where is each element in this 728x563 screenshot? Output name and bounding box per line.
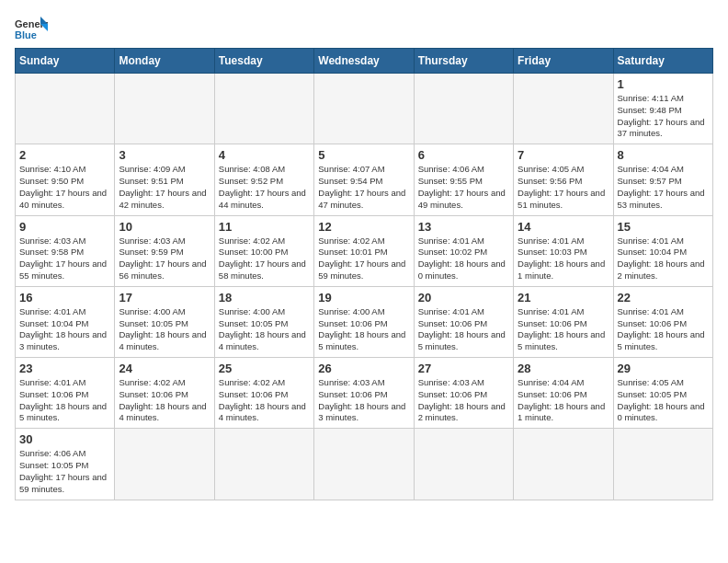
day-number: 4: [219, 148, 310, 162]
calendar-cell: 5Sunrise: 4:07 AM Sunset: 9:54 PM Daylig…: [314, 144, 414, 215]
calendar-week-row: 16Sunrise: 4:01 AM Sunset: 10:04 PM Dayl…: [16, 286, 713, 357]
day-number: 8: [618, 148, 709, 162]
calendar-cell: 17Sunrise: 4:00 AM Sunset: 10:05 PM Dayl…: [115, 286, 214, 357]
day-number: 12: [318, 220, 409, 234]
calendar-cell: [514, 74, 613, 144]
calendar-cell: 10Sunrise: 4:03 AM Sunset: 9:59 PM Dayli…: [115, 215, 214, 286]
calendar-cell: [613, 429, 712, 500]
day-info: Sunrise: 4:03 AM Sunset: 9:59 PM Dayligh…: [119, 236, 210, 282]
day-number: 13: [418, 220, 509, 234]
day-info: Sunrise: 4:02 AM Sunset: 10:06 PM Daylig…: [219, 377, 310, 424]
day-info: Sunrise: 4:00 AM Sunset: 10:05 PM Daylig…: [119, 306, 210, 353]
calendar-cell: [514, 429, 613, 500]
day-info: Sunrise: 4:00 AM Sunset: 10:06 PM Daylig…: [318, 306, 409, 353]
day-info: Sunrise: 4:01 AM Sunset: 10:06 PM Daylig…: [418, 306, 509, 353]
day-info: Sunrise: 4:01 AM Sunset: 10:06 PM Daylig…: [19, 377, 110, 424]
calendar-cell: 6Sunrise: 4:06 AM Sunset: 9:55 PM Daylig…: [414, 144, 513, 215]
day-number: 26: [318, 362, 409, 375]
calendar-cell: [414, 74, 513, 144]
calendar-week-row: 9Sunrise: 4:03 AM Sunset: 9:58 PM Daylig…: [16, 215, 713, 286]
day-info: Sunrise: 4:06 AM Sunset: 10:05 PM Daylig…: [19, 448, 110, 495]
calendar-cell: 20Sunrise: 4:01 AM Sunset: 10:06 PM Dayl…: [414, 286, 513, 357]
calendar-cell: 30Sunrise: 4:06 AM Sunset: 10:05 PM Dayl…: [16, 429, 115, 500]
day-number: 21: [518, 291, 609, 304]
day-number: 19: [318, 291, 409, 304]
calendar-cell: [16, 74, 115, 144]
logo: General Blue: [15, 15, 48, 40]
day-number: 11: [219, 220, 310, 234]
calendar-cell: 11Sunrise: 4:02 AM Sunset: 10:00 PM Dayl…: [214, 215, 313, 286]
calendar-cell: 1Sunrise: 4:11 AM Sunset: 9:48 PM Daylig…: [613, 74, 712, 144]
day-info: Sunrise: 4:03 AM Sunset: 10:06 PM Daylig…: [318, 377, 409, 424]
calendar-cell: [214, 429, 313, 500]
calendar-cell: 14Sunrise: 4:01 AM Sunset: 10:03 PM Dayl…: [514, 215, 613, 286]
day-number: 9: [19, 220, 110, 234]
weekday-header-sunday: Sunday: [16, 49, 115, 74]
calendar-cell: [314, 74, 414, 144]
calendar-cell: 8Sunrise: 4:04 AM Sunset: 9:57 PM Daylig…: [613, 144, 712, 215]
day-number: 5: [318, 148, 409, 162]
day-number: 27: [418, 362, 509, 375]
day-number: 7: [518, 148, 609, 162]
weekday-header-saturday: Saturday: [613, 49, 712, 74]
calendar-cell: 28Sunrise: 4:04 AM Sunset: 10:06 PM Dayl…: [514, 358, 613, 429]
calendar-cell: [115, 429, 214, 500]
weekday-header-wednesday: Wednesday: [314, 49, 414, 74]
day-info: Sunrise: 4:10 AM Sunset: 9:50 PM Dayligh…: [19, 164, 110, 211]
calendar-cell: 16Sunrise: 4:01 AM Sunset: 10:04 PM Dayl…: [16, 286, 115, 357]
calendar-cell: [115, 74, 214, 144]
header: General Blue: [15, 15, 713, 40]
day-info: Sunrise: 4:01 AM Sunset: 10:06 PM Daylig…: [618, 306, 709, 353]
day-number: 29: [618, 362, 709, 375]
calendar-week-row: 30Sunrise: 4:06 AM Sunset: 10:05 PM Dayl…: [16, 429, 713, 500]
weekday-header-monday: Monday: [115, 49, 214, 74]
day-info: Sunrise: 4:08 AM Sunset: 9:52 PM Dayligh…: [219, 164, 310, 211]
day-number: 30: [19, 432, 110, 446]
day-number: 18: [219, 291, 310, 304]
weekday-header-row: SundayMondayTuesdayWednesdayThursdayFrid…: [16, 49, 713, 74]
day-number: 23: [19, 362, 110, 375]
day-info: Sunrise: 4:03 AM Sunset: 9:58 PM Dayligh…: [19, 236, 110, 282]
svg-text:Blue: Blue: [15, 29, 37, 40]
calendar-cell: 29Sunrise: 4:05 AM Sunset: 10:05 PM Dayl…: [613, 358, 712, 429]
calendar-cell: 3Sunrise: 4:09 AM Sunset: 9:51 PM Daylig…: [115, 144, 214, 215]
day-info: Sunrise: 4:01 AM Sunset: 10:04 PM Daylig…: [19, 306, 110, 353]
day-number: 25: [219, 362, 310, 375]
day-number: 20: [418, 291, 509, 304]
day-number: 15: [618, 220, 709, 234]
day-info: Sunrise: 4:02 AM Sunset: 10:06 PM Daylig…: [119, 377, 210, 424]
calendar-cell: 9Sunrise: 4:03 AM Sunset: 9:58 PM Daylig…: [16, 215, 115, 286]
day-info: Sunrise: 4:11 AM Sunset: 9:48 PM Dayligh…: [618, 93, 709, 140]
day-info: Sunrise: 4:04 AM Sunset: 10:06 PM Daylig…: [518, 377, 609, 424]
calendar-cell: 12Sunrise: 4:02 AM Sunset: 10:01 PM Dayl…: [314, 215, 414, 286]
calendar-cell: 22Sunrise: 4:01 AM Sunset: 10:06 PM Dayl…: [613, 286, 712, 357]
calendar-header: SundayMondayTuesdayWednesdayThursdayFrid…: [16, 49, 713, 74]
calendar-cell: 2Sunrise: 4:10 AM Sunset: 9:50 PM Daylig…: [16, 144, 115, 215]
calendar-cell: 13Sunrise: 4:01 AM Sunset: 10:02 PM Dayl…: [414, 215, 513, 286]
day-number: 17: [119, 291, 210, 304]
day-info: Sunrise: 4:06 AM Sunset: 9:55 PM Dayligh…: [418, 164, 509, 211]
calendar-cell: 26Sunrise: 4:03 AM Sunset: 10:06 PM Dayl…: [314, 358, 414, 429]
day-number: 2: [19, 148, 110, 162]
calendar-cell: 24Sunrise: 4:02 AM Sunset: 10:06 PM Dayl…: [115, 358, 214, 429]
calendar-cell: 19Sunrise: 4:00 AM Sunset: 10:06 PM Dayl…: [314, 286, 414, 357]
calendar-week-row: 1Sunrise: 4:11 AM Sunset: 9:48 PM Daylig…: [16, 74, 713, 144]
calendar-cell: 25Sunrise: 4:02 AM Sunset: 10:06 PM Dayl…: [214, 358, 313, 429]
day-number: 14: [518, 220, 609, 234]
day-number: 28: [518, 362, 609, 375]
calendar-cell: [214, 74, 313, 144]
calendar-cell: 7Sunrise: 4:05 AM Sunset: 9:56 PM Daylig…: [514, 144, 613, 215]
day-number: 22: [618, 291, 709, 304]
day-info: Sunrise: 4:01 AM Sunset: 10:03 PM Daylig…: [518, 236, 609, 282]
calendar-cell: 18Sunrise: 4:00 AM Sunset: 10:05 PM Dayl…: [214, 286, 313, 357]
day-info: Sunrise: 4:01 AM Sunset: 10:02 PM Daylig…: [418, 236, 509, 282]
calendar-cell: 27Sunrise: 4:03 AM Sunset: 10:06 PM Dayl…: [414, 358, 513, 429]
day-info: Sunrise: 4:04 AM Sunset: 9:57 PM Dayligh…: [618, 164, 709, 211]
day-info: Sunrise: 4:09 AM Sunset: 9:51 PM Dayligh…: [119, 164, 210, 211]
day-number: 3: [119, 148, 210, 162]
day-info: Sunrise: 4:01 AM Sunset: 10:06 PM Daylig…: [518, 306, 609, 353]
day-info: Sunrise: 4:02 AM Sunset: 10:00 PM Daylig…: [219, 236, 310, 282]
calendar-table: SundayMondayTuesdayWednesdayThursdayFrid…: [15, 48, 713, 500]
generalblue-logo-icon: General Blue: [15, 15, 48, 40]
weekday-header-tuesday: Tuesday: [214, 49, 313, 74]
